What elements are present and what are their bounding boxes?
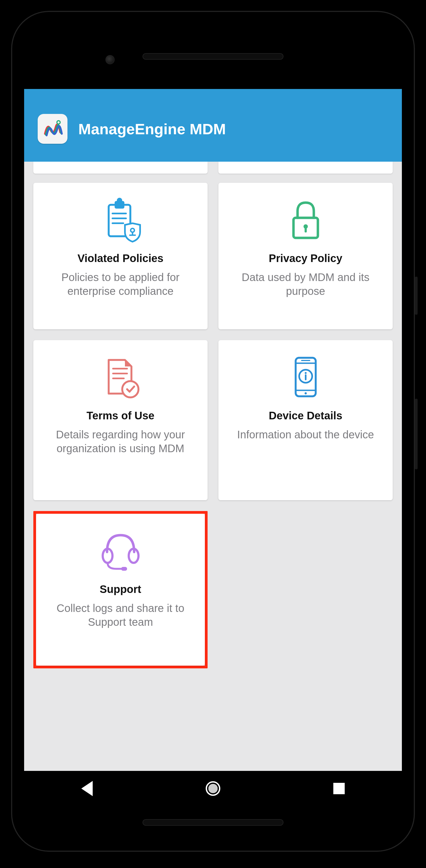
- scrolled-row-peek: [33, 162, 393, 174]
- card-description: Collect logs and share it to Support tea…: [44, 601, 197, 629]
- card-title: Support: [100, 583, 141, 595]
- app-bar: ManageEngine MDM: [24, 89, 402, 162]
- svg-point-21: [304, 392, 307, 394]
- card-title: Terms of Use: [87, 410, 154, 422]
- card-support[interactable]: Support Collect logs and share it to Sup…: [36, 514, 205, 665]
- card-peek[interactable]: [33, 162, 207, 174]
- card-description: Data used by MDM and its purpose: [227, 271, 385, 298]
- headset-icon: [96, 526, 145, 575]
- card-description: Information about the device: [237, 428, 374, 442]
- clipboard-shield-icon: [99, 195, 142, 244]
- earpiece-speaker: [142, 53, 284, 60]
- screen: ManageEngine MDM: [24, 89, 402, 806]
- svg-rect-12: [304, 227, 307, 232]
- bottom-speaker: [142, 819, 284, 826]
- document-check-icon: [99, 352, 142, 401]
- svg-point-0: [57, 121, 60, 124]
- volume-button[interactable]: [415, 399, 418, 469]
- card-grid: Violated Policies Policies to be applied…: [33, 183, 393, 669]
- card-description: Details regarding how your organization …: [41, 428, 199, 456]
- card-violated-policies[interactable]: Violated Policies Policies to be applied…: [33, 183, 207, 329]
- lock-icon: [285, 195, 326, 244]
- svg-point-16: [122, 381, 138, 397]
- android-nav-bar: [24, 771, 402, 806]
- card-title: Device Details: [269, 410, 342, 422]
- phone-bottom-bezel: [24, 806, 402, 839]
- card-device-details[interactable]: Device Details Information about the dev…: [219, 340, 393, 500]
- card-peek[interactable]: [219, 162, 393, 174]
- recents-button[interactable]: [330, 780, 348, 797]
- phone-top-bezel: [24, 24, 402, 89]
- phone-info-icon: [288, 352, 323, 401]
- svg-rect-27: [121, 567, 127, 571]
- card-description: Policies to be applied for enterprise co…: [41, 271, 199, 298]
- content-area: Violated Policies Policies to be applied…: [24, 162, 402, 771]
- power-button[interactable]: [415, 277, 418, 315]
- empty-cell: [219, 511, 393, 669]
- home-button[interactable]: [204, 780, 222, 797]
- svg-point-23: [304, 372, 306, 374]
- card-title: Violated Policies: [77, 252, 163, 265]
- card-privacy-policy[interactable]: Privacy Policy Data used by MDM and its …: [219, 183, 393, 329]
- svg-point-3: [117, 198, 122, 203]
- card-terms-of-use[interactable]: Terms of Use Details regarding how your …: [33, 340, 207, 500]
- app-title: ManageEngine MDM: [78, 120, 226, 138]
- front-camera: [105, 55, 114, 64]
- highlight-annotation: Support Collect logs and share it to Sup…: [33, 511, 207, 669]
- card-title: Privacy Policy: [269, 252, 342, 265]
- phone-inner: ManageEngine MDM: [24, 24, 402, 839]
- app-logo-icon: [38, 114, 67, 144]
- phone-frame: ManageEngine MDM: [11, 11, 415, 852]
- back-button[interactable]: [78, 780, 96, 797]
